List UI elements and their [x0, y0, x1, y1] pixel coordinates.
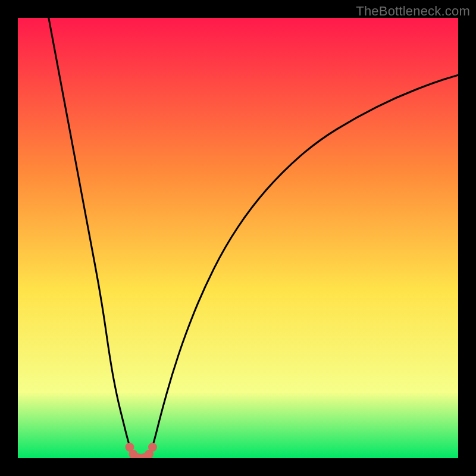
watermark-text: TheBottleneck.com [356, 4, 470, 19]
valley-marker [148, 443, 157, 452]
bottleneck-curve-chart [18, 18, 458, 458]
chart-stage: TheBottleneck.com [0, 0, 476, 476]
gradient-background [18, 18, 458, 458]
plot-area [18, 18, 458, 458]
